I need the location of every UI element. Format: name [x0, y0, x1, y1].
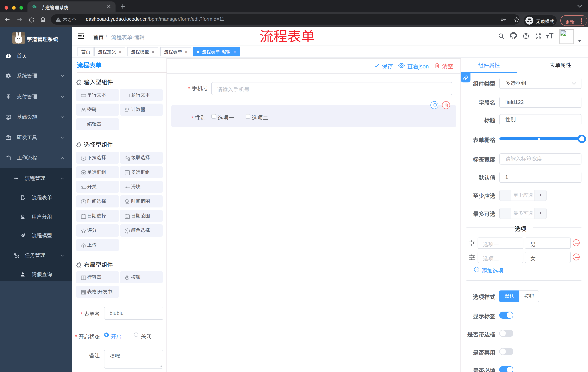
svg-text:123: 123 [125, 108, 129, 111]
